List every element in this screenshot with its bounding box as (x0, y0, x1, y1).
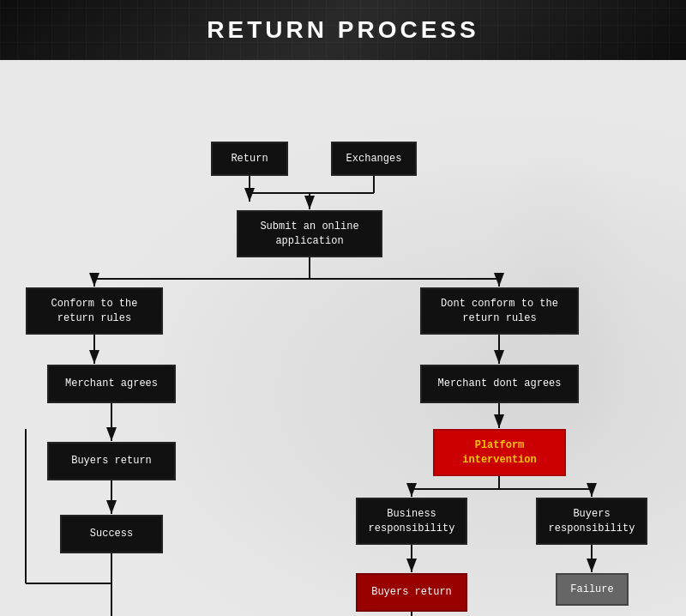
success-node: Success (60, 515, 163, 553)
buyers-return-right-node: Buyers return (356, 573, 467, 612)
submit-node: Submit an onlineapplication (237, 210, 382, 257)
platform-intervention-node: Platformintervention (433, 429, 566, 476)
conform-node: Conform to thereturn rules (26, 287, 163, 335)
merchant-dont-node: Merchant dont agrees (420, 365, 579, 403)
merchant-agrees-node: Merchant agrees (47, 365, 176, 403)
return-node: Return (211, 142, 288, 176)
exchanges-node: Exchanges (331, 142, 417, 176)
failure-node: Failure (556, 573, 629, 606)
header: RETURN PROCESS (0, 0, 686, 60)
business-responsibility-node: Businessresponsibility (356, 498, 467, 545)
buyers-responsibility-node: Buyersresponsibility (536, 498, 647, 545)
page-title: RETURN PROCESS (207, 16, 478, 44)
buyers-return-left-node: Buyers return (47, 442, 176, 480)
main-content: Return Exchanges Submit an onlineapplica… (0, 60, 686, 616)
dont-conform-node: Dont conform to thereturn rules (420, 287, 579, 335)
